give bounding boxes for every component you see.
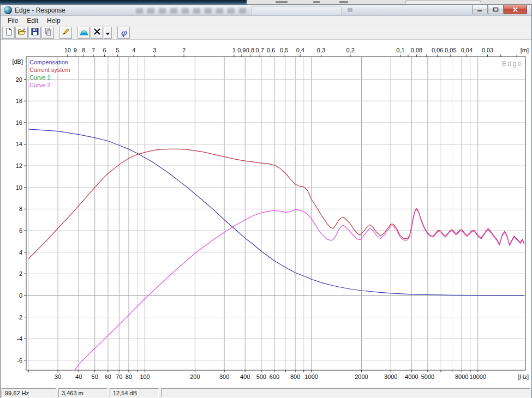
svg-text:0,1: 0,1 [396,47,404,53]
save-button[interactable] [28,27,41,39]
svg-text:Curve 2: Curve 2 [29,82,51,88]
svg-text:0,8: 0,8 [246,47,254,53]
open-folder-icon [17,27,26,38]
svg-text:-6: -6 [17,357,22,364]
svg-text:0,05: 0,05 [445,47,456,53]
window-title: Edge - Response [15,7,65,14]
svg-text:60: 60 [105,373,111,380]
svg-text:0,6: 0,6 [267,47,275,53]
status-level: 12,54 dB [110,388,159,397]
svg-text:800: 800 [290,373,300,380]
status-extra [161,388,530,397]
titlebar[interactable]: Edge - Response [1,5,531,16]
glass-blur-background-text [136,8,248,14]
pencil-icon [62,27,70,38]
background-window-fragment [276,1,288,3]
toolbar: φ [1,26,531,40]
response-chart[interactable]: 3040506070801002003004005006008001000200… [1,40,531,388]
delete-x-icon [93,27,101,38]
app-icon [4,6,12,14]
status-wavelength: 3,463 m [58,388,107,397]
maximize-button[interactable] [488,5,504,14]
svg-text:2: 2 [19,270,22,277]
svg-text:0,7: 0,7 [255,47,264,53]
svg-text:0,08: 0,08 [411,47,422,53]
glass-blur-background-tab [252,6,342,16]
svg-text:300: 300 [219,373,229,380]
svg-text:0,9: 0,9 [237,47,246,53]
svg-text:10: 10 [16,184,22,191]
svg-text:Edge: Edge [502,59,523,68]
new-button[interactable] [2,27,15,39]
svg-text:80: 80 [125,373,132,380]
svg-text:0,4: 0,4 [296,47,304,53]
svg-text:Current system: Current system [29,67,70,73]
minimize-button[interactable] [472,5,488,14]
svg-text:30: 30 [55,373,61,380]
statusbar: 99,62 Hz 3,463 m 12,54 dB [1,388,531,398]
svg-text:2000: 2000 [355,373,368,380]
svg-text:8: 8 [82,47,85,53]
svg-text:200: 200 [190,373,200,380]
menu-help[interactable]: Help [43,16,65,26]
open-button[interactable] [15,27,28,39]
glass-blur-fragment [348,8,352,12]
svg-text:[dB]: [dB] [12,58,23,65]
svg-text:2: 2 [182,47,186,53]
background-window-fragment [339,1,348,3]
edge-app-window: Edge - Response File Edit Help [0,4,532,398]
svg-text:70: 70 [116,373,122,380]
copy-icon [44,27,52,38]
svg-text:0,03: 0,03 [482,47,493,53]
svg-text:400: 400 [240,373,250,380]
svg-text:0,06: 0,06 [432,47,443,53]
svg-text:[Hz]: [Hz] [518,373,529,380]
svg-text:Curve 1: Curve 1 [29,74,51,81]
svg-text:10: 10 [64,47,71,53]
svg-text:5: 5 [116,47,119,53]
svg-text:6: 6 [103,47,106,53]
svg-text:10000: 10000 [469,373,486,380]
phase-button[interactable]: φ [117,27,130,39]
svg-text:4: 4 [132,47,135,53]
svg-text:0,5: 0,5 [280,47,288,53]
delete-button[interactable] [91,27,103,39]
menubar: File Edit Help [1,16,531,26]
svg-text:50: 50 [92,373,98,380]
draw-pencil-button[interactable] [59,27,72,39]
svg-text:8000: 8000 [455,373,468,380]
menu-file[interactable]: File [3,16,22,26]
svg-text:12: 12 [16,162,22,169]
svg-text:[m]: [m] [521,47,529,53]
svg-text:-2: -2 [17,314,22,321]
svg-text:0,04: 0,04 [461,47,473,53]
response-chart-area[interactable]: 3040506070801002003004005006008001000200… [1,40,531,388]
svg-text:3: 3 [153,47,156,53]
menu-edit[interactable]: Edit [22,16,43,26]
svg-text:100: 100 [140,373,150,380]
screen: Edge - Response File Edit Help [0,0,532,398]
svg-text:5000: 5000 [421,373,434,380]
svg-text:16: 16 [16,119,22,126]
svg-text:14: 14 [16,141,22,147]
status-frequency: 99,62 Hz [2,388,56,397]
phi-phase-icon: φ [121,29,127,37]
baffle-dome-icon [80,27,88,38]
svg-text:1: 1 [232,47,236,53]
baffle-view-button[interactable] [77,27,90,39]
svg-text:20: 20 [16,76,22,83]
svg-text:40: 40 [75,373,82,380]
svg-text:8: 8 [19,206,22,212]
svg-text:4: 4 [19,249,22,256]
svg-text:3000: 3000 [384,373,397,380]
background-window-fragment [313,1,320,3]
svg-text:500: 500 [256,373,266,380]
new-document-icon [4,27,13,38]
chevron-down-icon [105,28,110,38]
svg-text:18: 18 [16,98,22,104]
delete-options-dropdown[interactable] [104,27,112,39]
copy-button[interactable] [41,27,54,39]
svg-text:9: 9 [74,47,77,53]
svg-text:0: 0 [19,292,22,299]
close-button[interactable] [504,5,527,14]
